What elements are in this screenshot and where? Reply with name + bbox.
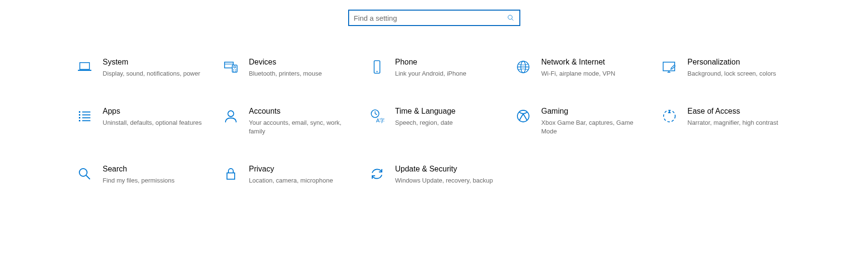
phone-icon xyxy=(368,58,386,76)
svg-point-28 xyxy=(228,111,234,117)
svg-point-11 xyxy=(235,71,236,72)
ease-of-access-icon xyxy=(661,107,678,125)
category-title: Network & Internet xyxy=(541,57,642,67)
category-title: Gaming xyxy=(541,106,642,117)
magnifier-icon xyxy=(76,165,93,183)
category-text: Ease of Access Narrator, magnifier, high… xyxy=(688,106,793,127)
category-apps[interactable]: Apps Uninstall, defaults, optional featu… xyxy=(76,106,208,135)
svg-line-1 xyxy=(512,19,514,21)
category-ease[interactable]: Ease of Access Narrator, magnifier, high… xyxy=(661,106,793,135)
svg-text:A字: A字 xyxy=(376,118,385,123)
category-title: Search xyxy=(103,164,203,174)
category-text: Apps Uninstall, defaults, optional featu… xyxy=(103,106,208,127)
category-title: Accounts xyxy=(249,106,349,117)
category-title: Devices xyxy=(249,57,349,67)
category-text: Devices Bluetooth, printers, mouse xyxy=(249,57,354,78)
category-text: System Display, sound, notifications, po… xyxy=(103,57,208,78)
svg-rect-20 xyxy=(79,111,80,113)
category-desc: Find my files, permissions xyxy=(103,176,203,185)
svg-point-9 xyxy=(235,69,236,70)
svg-line-36 xyxy=(86,175,90,179)
category-accounts[interactable]: Accounts Your accounts, email, sync, wor… xyxy=(222,106,354,135)
category-title: System xyxy=(103,57,203,67)
category-desc: Link your Android, iPhone xyxy=(395,69,495,78)
category-text: Gaming Xbox Game Bar, captures, Game Mod… xyxy=(541,106,646,135)
settings-home: System Display, sound, notifications, po… xyxy=(0,0,868,185)
category-text: Update & Security Windows Update, recove… xyxy=(395,164,500,184)
svg-point-10 xyxy=(233,71,234,72)
category-desc: Your accounts, email, sync, work, family xyxy=(249,118,349,135)
svg-rect-21 xyxy=(79,114,80,116)
category-title: Ease of Access xyxy=(688,106,788,117)
svg-point-35 xyxy=(79,169,87,176)
svg-line-31 xyxy=(375,114,377,115)
category-text: Accounts Your accounts, email, sync, wor… xyxy=(249,106,354,135)
category-desc: Narrator, magnifier, high contrast xyxy=(688,118,788,127)
category-title: Time & Language xyxy=(395,106,495,117)
category-title: Apps xyxy=(103,106,203,117)
category-text: Personalization Background, lock screen,… xyxy=(688,57,793,78)
svg-rect-23 xyxy=(79,120,80,121)
category-phone[interactable]: Phone Link your Android, iPhone xyxy=(368,57,500,78)
category-desc: Display, sound, notifications, power xyxy=(103,69,203,78)
category-text: Phone Link your Android, iPhone xyxy=(395,57,500,78)
svg-point-0 xyxy=(508,15,512,19)
category-desc: Xbox Game Bar, captures, Game Mode xyxy=(541,118,642,135)
xbox-icon xyxy=(515,107,532,125)
category-desc: Background, lock screen, colors xyxy=(688,69,788,78)
category-desc: Bluetooth, printers, mouse xyxy=(249,69,349,78)
category-title: Privacy xyxy=(249,164,349,174)
category-title: Personalization xyxy=(688,57,788,67)
svg-point-8 xyxy=(233,69,234,70)
globe-icon xyxy=(515,58,532,76)
category-time[interactable]: A字 Time & Language Speech, region, date xyxy=(368,106,500,135)
category-text: Privacy Location, camera, microphone xyxy=(249,164,354,184)
category-gaming[interactable]: Gaming Xbox Game Bar, captures, Game Mod… xyxy=(515,106,646,135)
search-box[interactable] xyxy=(348,10,520,26)
search-input[interactable] xyxy=(354,14,506,22)
category-desc: Location, camera, microphone xyxy=(249,176,349,185)
category-desc: Wi-Fi, airplane mode, VPN xyxy=(541,69,642,78)
category-devices[interactable]: Devices Bluetooth, printers, mouse xyxy=(222,57,354,78)
time-language-icon: A字 xyxy=(368,107,386,125)
category-privacy[interactable]: Privacy Location, camera, microphone xyxy=(222,164,354,184)
category-system[interactable]: System Display, sound, notifications, po… xyxy=(76,57,208,78)
category-text: Search Find my files, permissions xyxy=(103,164,208,184)
apps-icon xyxy=(76,107,93,125)
svg-point-13 xyxy=(376,71,377,72)
category-network[interactable]: Network & Internet Wi-Fi, airplane mode,… xyxy=(515,57,646,78)
category-title: Update & Security xyxy=(395,164,495,174)
search-icon xyxy=(506,13,516,23)
category-update[interactable]: Update & Security Windows Update, recove… xyxy=(368,164,500,184)
svg-rect-22 xyxy=(79,117,80,118)
category-desc: Uninstall, defaults, optional features xyxy=(103,118,203,127)
personalization-icon xyxy=(661,58,678,76)
category-title: Phone xyxy=(395,57,495,67)
categories-grid: System Display, sound, notifications, po… xyxy=(76,57,793,185)
category-search[interactable]: Search Find my files, permissions xyxy=(76,164,208,184)
category-text: Network & Internet Wi-Fi, airplane mode,… xyxy=(541,57,646,78)
person-icon xyxy=(222,107,239,125)
category-desc: Windows Update, recovery, backup xyxy=(395,176,495,185)
search-wrapper xyxy=(26,10,842,26)
svg-rect-2 xyxy=(80,63,89,69)
category-personalization[interactable]: Personalization Background, lock screen,… xyxy=(661,57,793,78)
category-desc: Speech, region, date xyxy=(395,118,495,127)
category-text: Time & Language Speech, region, date xyxy=(395,106,500,127)
svg-rect-37 xyxy=(227,173,235,179)
sync-icon xyxy=(368,165,386,183)
devices-icon xyxy=(222,58,239,76)
laptop-icon xyxy=(76,58,93,76)
lock-icon xyxy=(222,165,239,183)
